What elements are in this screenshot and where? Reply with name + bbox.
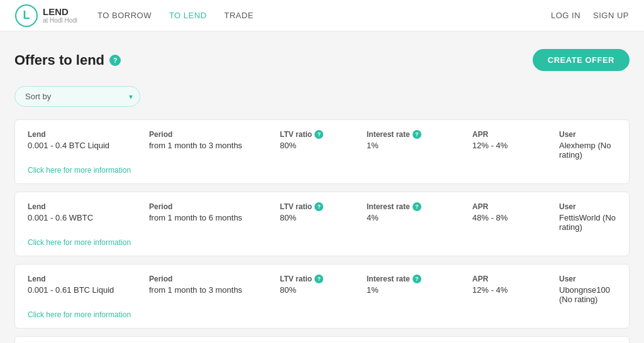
page-title-wrap: Offers to lend ?	[14, 52, 121, 68]
interest-info-icon[interactable]: ?	[413, 275, 421, 283]
main-content: Offers to lend ? CREATE OFFER Sort by Lo…	[4, 31, 640, 343]
offer-card: Lend 0.009 BTC Liquid Period from 1 mont…	[14, 336, 630, 343]
period-label: Period	[149, 130, 275, 139]
user-label: User	[559, 275, 616, 283]
offer-lend-col: Lend 0.001 - 0.4 BTC Liquid	[28, 130, 144, 160]
ltv-label: LTV ratio ?	[280, 275, 362, 283]
offer-row: Lend 0.001 - 0.6 WBTC Period from 1 mont…	[28, 202, 616, 232]
period-value: from 1 month to 3 months	[149, 141, 275, 150]
ltv-value: 80%	[280, 213, 362, 222]
interest-info-icon[interactable]: ?	[413, 130, 421, 139]
interest-label: Interest rate ?	[367, 202, 467, 211]
offer-apr-col: APR 12% - 4%	[472, 275, 554, 304]
offer-user-col: User Ubongnse100 (No rating)	[559, 275, 616, 304]
nav-trade[interactable]: TRADE	[225, 8, 254, 23]
apr-label: APR	[472, 275, 554, 283]
apr-value: 12% - 4%	[472, 141, 554, 150]
offer-card: Lend 0.001 - 0.4 BTC Liquid Period from …	[14, 119, 630, 184]
lend-value: 0.001 - 0.61 BTC Liquid	[28, 285, 144, 295]
offer-ltv-col: LTV ratio ? 80%	[280, 130, 362, 160]
offer-user-col: User FettisWorld (No rating)	[559, 202, 616, 232]
offer-card: Lend 0.001 - 0.61 BTC Liquid Period from…	[14, 264, 630, 329]
ltv-label: LTV ratio ?	[280, 130, 362, 139]
offers-container: Lend 0.001 - 0.4 BTC Liquid Period from …	[14, 119, 630, 343]
apr-label: APR	[472, 202, 554, 211]
offer-period-col: Period from 1 month to 3 months	[149, 275, 275, 304]
apr-value: 12% - 4%	[472, 285, 554, 295]
offer-lend-col: Lend 0.001 - 0.61 BTC Liquid	[28, 275, 144, 304]
offer-card: Lend 0.001 - 0.6 WBTC Period from 1 mont…	[14, 192, 630, 256]
user-value: Ubongnse100 (No rating)	[559, 285, 616, 304]
brand-name: LEND	[43, 7, 77, 18]
ltv-label: LTV ratio ?	[280, 202, 362, 211]
period-label: Period	[149, 275, 275, 283]
ltv-info-icon[interactable]: ?	[314, 275, 323, 283]
apr-label: APR	[472, 130, 554, 139]
offer-interest-col: Interest rate ? 4%	[367, 202, 467, 232]
logo[interactable]: L LEND at Hodl Hodl	[15, 4, 77, 27]
login-button[interactable]: LOG IN	[551, 11, 580, 20]
ltv-info-icon[interactable]: ?	[314, 202, 323, 211]
offer-apr-col: APR 12% - 4%	[472, 130, 554, 160]
period-label: Period	[149, 202, 275, 211]
nav-to-borrow[interactable]: TO BORROW	[97, 8, 152, 23]
interest-value: 1%	[367, 141, 467, 150]
interest-value: 1%	[367, 285, 467, 295]
lend-label: Lend	[28, 275, 144, 283]
offer-lend-col: Lend 0.001 - 0.6 WBTC	[28, 202, 144, 232]
logo-circle: L	[15, 4, 38, 27]
offer-more-info-link[interactable]: Click here for more information	[28, 166, 131, 175]
sort-select[interactable]: Sort by Lowest interest Highest interest…	[14, 86, 140, 107]
offer-row: Lend 0.001 - 0.61 BTC Liquid Period from…	[28, 275, 616, 304]
nav-to-lend[interactable]: TO LEND	[169, 8, 207, 23]
navbar: L LEND at Hodl Hodl TO BORROW TO LEND TR…	[0, 0, 644, 31]
brand-tagline: at Hodl Hodl	[43, 17, 77, 24]
nav-right: LOG IN SIGN UP	[551, 11, 629, 20]
ltv-info-icon[interactable]: ?	[314, 130, 323, 139]
offer-interest-col: Interest rate ? 1%	[367, 130, 467, 160]
sort-section: Sort by Lowest interest Highest interest…	[14, 86, 630, 107]
page-header: Offers to lend ? CREATE OFFER	[14, 49, 630, 71]
interest-label: Interest rate ?	[367, 275, 467, 283]
offer-interest-col: Interest rate ? 1%	[367, 275, 467, 304]
period-value: from 1 month to 3 months	[149, 285, 275, 295]
logo-letter: L	[23, 9, 30, 22]
offer-row: Lend 0.001 - 0.4 BTC Liquid Period from …	[28, 130, 616, 160]
ltv-value: 80%	[280, 285, 362, 295]
lend-label: Lend	[28, 130, 144, 139]
offer-more-info-link[interactable]: Click here for more information	[28, 310, 131, 319]
ltv-value: 80%	[280, 141, 362, 150]
interest-label: Interest rate ?	[367, 130, 467, 139]
sort-wrapper: Sort by Lowest interest Highest interest…	[14, 86, 140, 107]
offer-apr-col: APR 48% - 8%	[472, 202, 554, 232]
user-label: User	[559, 130, 616, 139]
apr-value: 48% - 8%	[472, 213, 554, 222]
lend-label: Lend	[28, 202, 144, 211]
user-label: User	[559, 202, 616, 211]
lend-value: 0.001 - 0.4 BTC Liquid	[28, 141, 144, 150]
offer-user-col: User Alexhemp (No rating)	[559, 130, 616, 160]
logo-text: LEND at Hodl Hodl	[43, 7, 77, 24]
interest-value: 4%	[367, 213, 467, 222]
lend-value: 0.001 - 0.6 WBTC	[28, 213, 144, 222]
page-title: Offers to lend	[14, 52, 104, 68]
user-value: FettisWorld (No rating)	[559, 213, 616, 232]
offer-ltv-col: LTV ratio ? 80%	[280, 275, 362, 304]
create-offer-button[interactable]: CREATE OFFER	[533, 49, 630, 71]
offer-period-col: Period from 1 month to 3 months	[149, 130, 275, 160]
offer-more-info-link[interactable]: Click here for more information	[28, 238, 131, 247]
nav-links: TO BORROW TO LEND TRADE	[97, 8, 253, 23]
user-value: Alexhemp (No rating)	[559, 141, 616, 160]
offer-ltv-col: LTV ratio ? 80%	[280, 202, 362, 232]
interest-info-icon[interactable]: ?	[413, 202, 421, 211]
page-title-info-icon[interactable]: ?	[109, 55, 121, 66]
offer-period-col: Period from 1 month to 6 months	[149, 202, 275, 232]
period-value: from 1 month to 6 months	[149, 213, 275, 222]
signup-button[interactable]: SIGN UP	[593, 11, 629, 20]
